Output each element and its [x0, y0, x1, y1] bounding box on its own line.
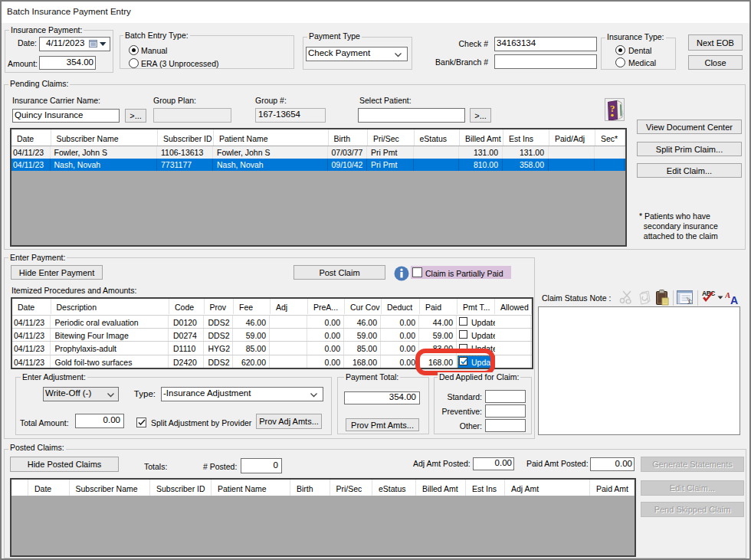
svg-text:?: ?: [610, 103, 615, 114]
svg-text:J: J: [687, 299, 690, 306]
svg-text:A: A: [730, 294, 738, 305]
